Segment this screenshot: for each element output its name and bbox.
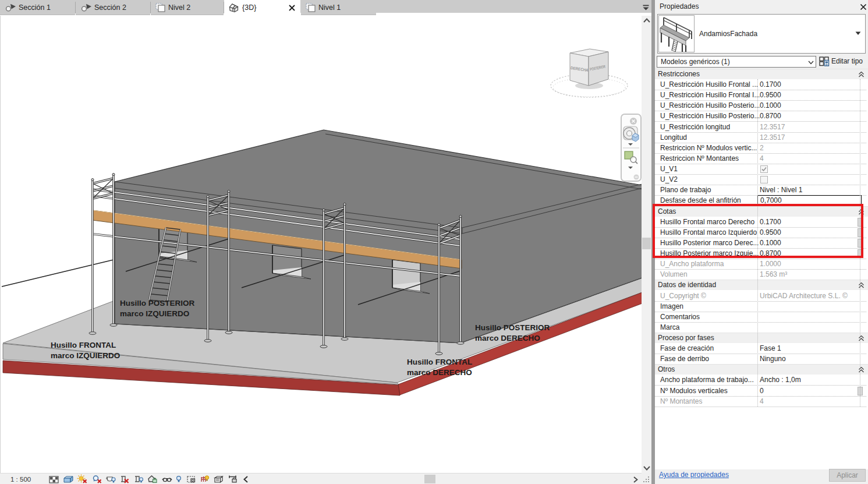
svg-text:Husillo POSTERIOR: Husillo POSTERIOR — [475, 323, 550, 332]
svg-text:marco IZQUIERDO: marco IZQUIERDO — [51, 351, 120, 360]
svg-text:marco DERECHO: marco DERECHO — [407, 368, 472, 377]
svg-text:marco IZQUIERDO: marco IZQUIERDO — [120, 309, 189, 318]
svg-text:Husillo FRONTAL: Husillo FRONTAL — [407, 358, 472, 366]
svg-text:marco DERECHO: marco DERECHO — [475, 334, 540, 342]
svg-text:Husillo POSTERIOR: Husillo POSTERIOR — [120, 299, 195, 308]
svg-text:Husillo FRONTAL: Husillo FRONTAL — [51, 341, 116, 349]
